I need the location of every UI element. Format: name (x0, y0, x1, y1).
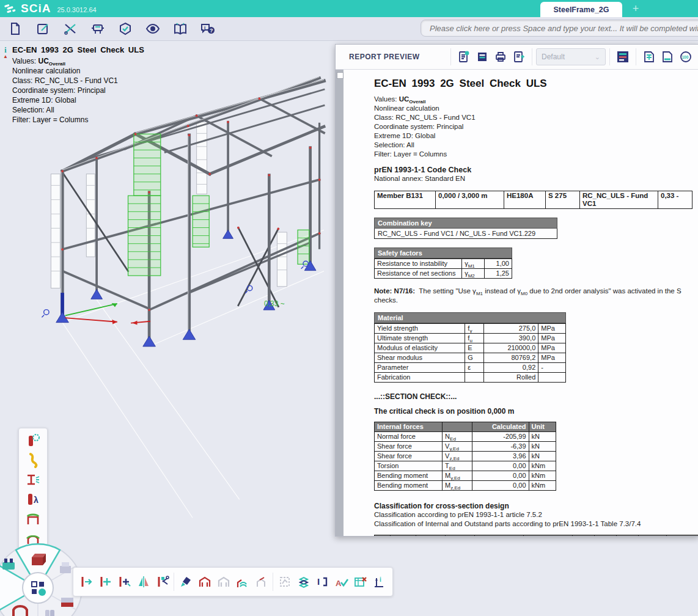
combination-key-value: RC_NC_ULS - Fund VC1 / NC_ULS - Fund VC1… (374, 229, 557, 239)
buckling-lambda-icon: λ (25, 491, 41, 507)
libraries-button[interactable] (168, 19, 193, 38)
tools-button[interactable] (58, 19, 83, 38)
internal-forces-table: Internal forcesCalculatedUnit Normal for… (374, 422, 556, 491)
separator (532, 48, 532, 65)
single-page-view-button[interactable] (658, 48, 677, 66)
wheel-center-button[interactable] (23, 573, 53, 603)
page-layout-button[interactable] (614, 48, 632, 66)
calculate-button[interactable] (86, 19, 110, 38)
mirror-button[interactable] (134, 571, 153, 593)
classification-heading: Classification for cross-section design (374, 502, 698, 510)
export-report-button[interactable] (510, 48, 528, 66)
svg-text:100: 100 (682, 55, 689, 59)
frame-catalog-button[interactable] (195, 571, 214, 593)
two-page-view-button[interactable] (640, 48, 658, 66)
portal-frame-disabled-icon (216, 574, 231, 589)
edit-toolbar: I A i (73, 567, 393, 596)
report-preview-panel: REPORT PREVIEW Default⌄ 100 EC-EN 1993 2… (335, 44, 698, 537)
dimension-icon: i (372, 574, 387, 589)
steel-section-check-button[interactable] (22, 471, 44, 488)
classification-lines: Classification according to prEN 1993-1-… (374, 510, 698, 529)
report-check-info: Values: UCOverall Nonlinear calculationC… (374, 95, 698, 159)
report-note: Note: N7/16: The setting "Use γM1 instea… (374, 287, 698, 296)
trim-scissors-icon (155, 574, 170, 589)
connect-node-button[interactable] (96, 571, 115, 593)
frame-imperfection-button[interactable] (22, 510, 44, 527)
svg-text:λ: λ (34, 495, 39, 505)
add-to-report-button[interactable] (455, 48, 473, 66)
layers-icon (296, 574, 311, 589)
check-structure-button[interactable] (113, 19, 138, 38)
delete-table-button[interactable] (351, 571, 370, 593)
frame-copy-icon (254, 574, 269, 589)
material-header: Material (374, 312, 566, 323)
zoom-100-icon: 100 (679, 50, 692, 64)
national-annex: National annex: Standard EN (374, 174, 698, 183)
export-icon (512, 50, 526, 64)
new-project-button[interactable] (3, 19, 28, 38)
safety-factors-table: Resistance to instabilityγM11,00Resistan… (374, 258, 512, 279)
project-tab[interactable]: SteelFrame_2G (540, 2, 622, 17)
marquee-icon (277, 574, 292, 589)
results-tool-strip: λ (18, 428, 48, 551)
move-node-button[interactable] (77, 571, 96, 593)
app-version: 25.0.3012.64 (57, 6, 96, 13)
member-check-settings-button[interactable] (22, 432, 44, 449)
warning-triangle-icon: ▲ (2, 55, 9, 59)
classification-table: IdTypec[mm]t[mm]σ1[kN/m²]σ2[kN/m²]Ψ[-]kα… (374, 535, 698, 536)
frame-stack-icon (235, 574, 250, 589)
result-info-overlay: i ▲ EC-EN 1993 2G Steel Check ULS Values… (2, 45, 144, 125)
wheel-icon-results (61, 598, 73, 607)
check-info-lines: Nonlinear calculationClass: RC_NC_ULS - … (12, 66, 144, 125)
frame-template-button[interactable] (233, 571, 252, 593)
zoom-100-button[interactable]: 100 (677, 48, 695, 66)
connect-member-icon (117, 574, 132, 589)
material-table: Yield strengthfy275,0MPaUltimate strengt… (374, 323, 566, 383)
command-input[interactable] (421, 20, 698, 37)
check-labels-button[interactable]: A (332, 571, 351, 593)
report-container-icon (476, 50, 489, 64)
trim-member-button[interactable] (153, 571, 172, 593)
book-icon (172, 21, 188, 36)
marquee-select-button[interactable] (275, 571, 294, 593)
print-button[interactable] (491, 48, 510, 66)
scia-logo (4, 2, 18, 15)
report-preview-header: REPORT PREVIEW Default⌄ 100 (336, 45, 698, 70)
check-title: EC-EN 1993 2G Steel Check ULS (12, 45, 144, 55)
stability-lambda-button[interactable]: λ (22, 491, 44, 508)
toolbar-separator (174, 573, 174, 591)
safety-factors-header: Safety factors (374, 248, 512, 258)
help-button[interactable]: i? (196, 19, 220, 38)
new-tab-button[interactable]: + (628, 1, 643, 16)
svg-text:i: i (380, 576, 381, 583)
rename-label-button[interactable]: I (313, 571, 332, 593)
separator (636, 48, 636, 65)
frame-copy-button[interactable] (252, 571, 271, 593)
move-node-icon (79, 574, 94, 589)
structure-scene (0, 40, 335, 616)
edit-icon (35, 21, 50, 36)
page-margin-handle[interactable] (337, 72, 343, 79)
report-template-dropdown[interactable]: Default⌄ (536, 48, 606, 65)
svg-text:A: A (336, 579, 342, 588)
svg-text:i: i (204, 25, 205, 31)
member-settings-icon (25, 433, 41, 449)
property-brush-button[interactable] (176, 571, 195, 593)
help-bubble-icon: i? (200, 21, 216, 36)
brand-name: SCiA (21, 2, 51, 15)
panel-title: REPORT PREVIEW (349, 53, 447, 61)
new-document-icon (8, 21, 23, 36)
connect-member-button[interactable] (115, 571, 134, 593)
brush-icon (178, 574, 193, 589)
scia-app-window: { "colors":{"accent_teal":"#2fc9ba","ico… (0, 0, 698, 616)
dimension-line-button[interactable]: i (370, 571, 389, 593)
connect-node-icon (98, 574, 113, 589)
layers-button[interactable] (294, 571, 313, 593)
edit-project-button[interactable] (31, 19, 55, 38)
frame-load-icon (25, 511, 41, 527)
frame-catalog-2-button[interactable] (214, 571, 233, 593)
view-button[interactable] (141, 19, 165, 38)
report-container-button[interactable] (473, 48, 491, 66)
add-report-icon (457, 50, 471, 64)
deformed-shape-button[interactable] (22, 452, 44, 469)
